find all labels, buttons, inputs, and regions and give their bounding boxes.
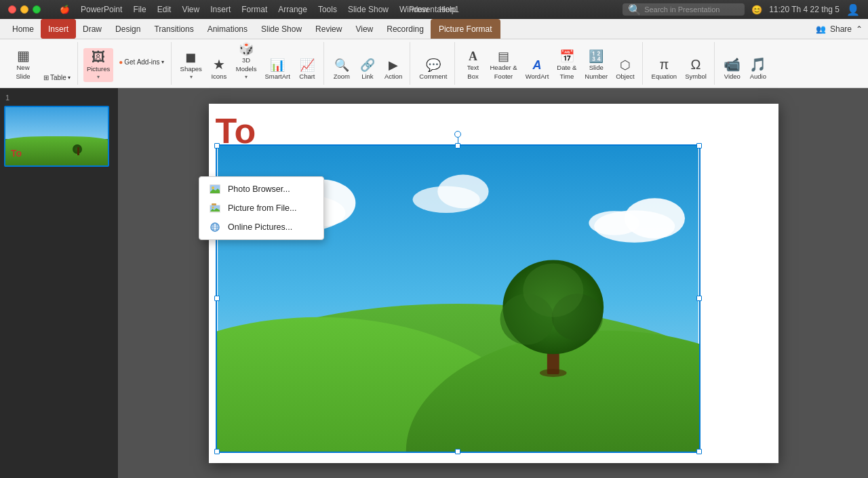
smartart-button[interactable]: 📊 SmartArt [261,57,293,82]
slide-thumb-image: To [5,107,108,165]
icons-label: Icons [211,73,226,80]
link-label: Link [361,73,373,80]
text-box-icon: A [469,50,477,62]
get-addins-button[interactable]: ● Get Add-ins ▾ [116,58,166,66]
object-button[interactable]: ⬡ Object [612,57,637,82]
search-bar[interactable]: 🔍 [623,3,745,16]
picture-from-file-label: Picture from File... [228,203,296,213]
handle-middle-left[interactable] [214,296,220,301]
date-time-button[interactable]: 📅 Date & Time [553,48,580,82]
traffic-lights [8,5,41,14]
menu-edit[interactable]: Edit [157,5,172,14]
slide-thumbnail[interactable]: To [4,106,109,167]
tab-design[interactable]: Design [108,19,147,39]
slide-number-icon: 🔢 [589,50,604,62]
share-button[interactable]: Share [830,24,852,34]
tab-picture-format[interactable]: Picture Format [431,19,500,39]
handle-top-left[interactable] [214,143,220,148]
tab-insert[interactable]: Insert [41,19,76,39]
menu-file[interactable]: File [133,5,146,14]
menu-view[interactable]: View [182,5,199,14]
addins-icon: ● [119,58,123,66]
menu-tools[interactable]: Tools [318,5,337,14]
tab-recording[interactable]: Recording [380,19,431,39]
3dmodels-arrow-icon: ▾ [245,74,248,80]
handle-bottom-center[interactable] [455,449,460,454]
rotation-handle[interactable] [454,131,461,138]
slide-canvas[interactable]: To [209,104,778,463]
menu-arrange[interactable]: Arrange [278,5,307,14]
symbol-button[interactable]: Ω Symbol [682,56,710,82]
link-button[interactable]: 🔗 Link [355,57,380,82]
menu-format[interactable]: Format [241,5,267,14]
tab-draw[interactable]: Draw [76,19,108,39]
new-slide-button[interactable]: ▦ New Slide [8,47,38,82]
handle-middle-right[interactable] [696,296,702,301]
svg-rect-24 [212,203,216,205]
handle-top-center[interactable] [455,143,460,148]
handle-bottom-left[interactable] [214,449,220,454]
handle-bottom-right[interactable] [696,449,702,454]
shapes-icon: ◼ [185,50,197,64]
picture-from-file-item[interactable]: Picture from File... [199,199,323,218]
text-box-button[interactable]: A Text Box [460,48,485,82]
3d-models-label2: Models [236,65,257,73]
minimize-button[interactable] [20,5,28,14]
zoom-button[interactable]: 🔍 Zoom [330,57,354,82]
chart-icon: 📈 [300,59,315,71]
comment-button[interactable]: 💬 Comment [416,57,450,82]
tab-slideshow[interactable]: Slide Show [254,19,309,39]
equation-icon: π [659,58,669,71]
svg-point-8 [437,174,488,208]
maximize-button[interactable] [33,5,41,14]
tab-view[interactable]: View [349,19,380,39]
close-button[interactable] [8,5,16,14]
tab-review[interactable]: Review [309,19,349,39]
table-button[interactable]: ⊞ Table ▾ [41,73,73,82]
audio-button[interactable]: 🎵 Audio [746,56,770,82]
user-icon[interactable]: 👤 [846,3,860,16]
wordart-label: WordArt [526,73,549,80]
new-slide-label: New [16,64,29,71]
chart-button[interactable]: 📈 Chart [295,57,319,82]
svg-point-6 [589,211,639,235]
equation-button[interactable]: π Equation [648,56,681,82]
canvas-area: To [119,88,868,478]
menu-insert[interactable]: Insert [210,5,231,14]
video-button[interactable]: 📹 Video [720,56,745,82]
action-button[interactable]: ▶ Action [381,57,406,82]
smartart-label: SmartArt [264,73,290,80]
audio-icon: 🎵 [749,58,766,71]
notification-icon[interactable]: 😊 [751,5,762,15]
header-footer-button[interactable]: ▤ Header & Footer [486,48,520,82]
menu-apple[interactable]: 🍎 [60,5,70,14]
search-input[interactable] [644,5,739,14]
online-pictures-item[interactable]: Online Pictures... [199,218,323,237]
menu-slideshow[interactable]: Slide Show [348,5,389,14]
date-time-label: Date & [557,64,576,71]
menu-powerpoint[interactable]: PowerPoint [81,5,122,14]
photo-browser-item[interactable]: Photo Browser... [199,180,323,199]
time-display: 11:20 Th 4 22 thg 5 [769,5,840,14]
action-icon: ▶ [389,59,398,71]
group-new-slide: ▦ New Slide ⊞ Table ▾ [4,42,78,85]
tab-home[interactable]: Home [5,19,41,39]
chevron-up-icon[interactable]: ⌃ [856,24,863,34]
video-icon: 📹 [724,58,741,71]
tab-transitions[interactable]: Transitions [147,19,200,39]
zoom-label: Zoom [334,73,350,80]
chart-label: Chart [299,73,315,80]
slide-number-indicator: 1 [4,94,114,102]
handle-top-right[interactable] [696,143,702,148]
slide-number-button[interactable]: 🔢 Slide Number [581,48,611,82]
comment-icon: 💬 [426,59,441,71]
titlebar-menu: 🍎 PowerPoint File Edit View Insert Forma… [60,5,456,14]
icons-button[interactable]: ★ Icons [207,56,231,82]
tab-animations[interactable]: Animations [201,19,254,39]
wordart-button[interactable]: A WordArt [522,57,553,82]
get-addins-label: Get Add-ins [124,58,159,66]
zoom-icon: 🔍 [334,59,349,71]
shapes-button[interactable]: ◼ Shapes ▾ [177,48,205,82]
3d-models-button[interactable]: 🎲 3D Models ▾ [233,41,260,82]
pictures-button[interactable]: 🖼 Pictures ▾ [83,48,113,82]
